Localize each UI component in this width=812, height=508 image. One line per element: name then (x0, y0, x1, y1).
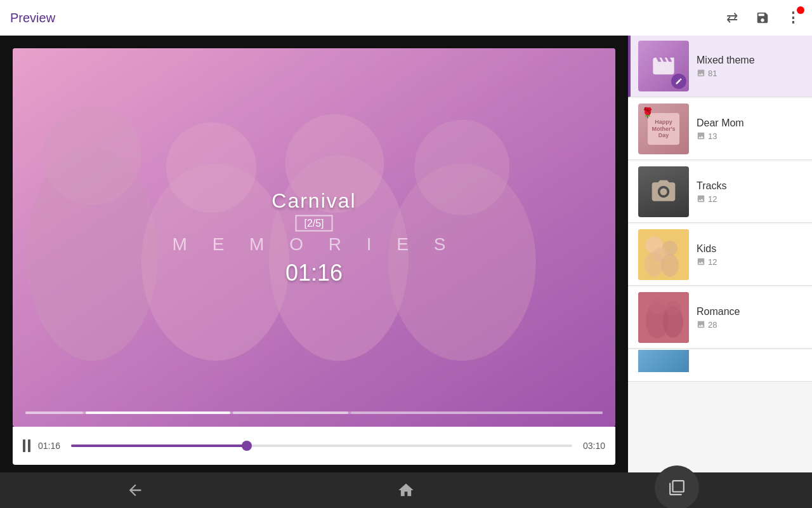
pause-bar-1 (23, 439, 25, 452)
segment-2 (86, 411, 230, 414)
tracks-thumb-bg (638, 166, 689, 217)
romance-count: 28 (697, 320, 802, 330)
mixed-theme-count: 81 (697, 69, 802, 78)
app-title: Preview (10, 11, 723, 25)
right-panel: Mixed theme 81 HappyMother'sDay 🌹 (628, 36, 812, 472)
back-button[interactable] (116, 472, 154, 508)
rose-icon: 🌹 (641, 107, 654, 119)
last-thumb-bg (638, 350, 689, 372)
list-item[interactable]: Kids 12 (628, 224, 812, 286)
mixed-theme-thumbnail (638, 41, 689, 91)
kids-thumb-bg (638, 229, 689, 280)
total-time: 03:10 (580, 441, 605, 451)
film-icon (651, 53, 676, 79)
back-icon (126, 481, 144, 499)
romance-count-number: 28 (708, 320, 717, 330)
dear-mom-thumb-bg: HappyMother'sDay 🌹 (638, 104, 689, 154)
bottom-navigation (0, 472, 812, 508)
mixed-theme-thumb-bg (638, 41, 689, 91)
tracks-name: Tracks (697, 180, 802, 192)
current-time: 01:16 (38, 441, 63, 451)
video-memories-text: M E M O R I E S (173, 234, 456, 255)
kids-info: Kids 12 (689, 243, 802, 267)
tracks-count-number: 12 (708, 194, 717, 204)
save-icon (756, 11, 769, 25)
list-item[interactable]: HappyMother'sDay 🌹 Dear Mom 13 (628, 98, 812, 160)
recents-nav-area (541, 471, 812, 508)
progress-fill (71, 444, 247, 447)
left-panel: Carnival [2/5] M E M O R I E S 01:16 (0, 36, 628, 472)
segment-3 (233, 411, 348, 414)
shuffle-button[interactable]: ⇄ (723, 9, 741, 27)
kids-count: 12 (697, 257, 802, 267)
recents-icon (669, 479, 685, 496)
mom-card-visual: HappyMother'sDay 🌹 (645, 110, 682, 147)
recents-button[interactable] (655, 465, 699, 508)
list-item[interactable] (628, 350, 812, 382)
svg-point-10 (660, 189, 667, 196)
dear-mom-count: 13 (697, 131, 802, 141)
camera-icon (650, 178, 678, 206)
kids-count-number: 12 (708, 257, 717, 267)
mixed-count-number: 81 (708, 69, 717, 78)
back-nav-area (0, 472, 271, 508)
romance-info: Romance 28 (689, 306, 802, 330)
romance-name: Romance (697, 306, 802, 318)
home-icon (397, 481, 415, 499)
last-thumbnail (638, 350, 689, 382)
video-text-overlay: Carnival [2/5] M E M O R I E S 01:16 (173, 189, 456, 286)
tracks-thumbnail (638, 166, 689, 217)
edit-badge (671, 74, 686, 89)
more-button[interactable]: ⋮ (784, 9, 802, 27)
progress-thumb[interactable] (242, 441, 252, 451)
tracks-count: 12 (697, 194, 802, 204)
svg-point-16 (661, 254, 679, 277)
list-item[interactable]: Mixed theme 81 (628, 36, 812, 97)
main-content: Carnival [2/5] M E M O R I E S 01:16 (0, 36, 812, 472)
svg-point-15 (645, 251, 664, 277)
top-bar: Preview ⇄ ⋮ (0, 0, 812, 36)
romance-bg-svg (638, 292, 689, 343)
toolbar-icons: ⇄ ⋮ (723, 9, 802, 27)
mixed-theme-info: Mixed theme 81 (689, 55, 802, 78)
home-button[interactable] (387, 472, 425, 508)
segment-1 (25, 411, 83, 414)
image-count-icon (697, 257, 705, 266)
image-count-icon (697, 69, 705, 77)
save-button[interactable] (754, 9, 771, 27)
dear-mom-info: Dear Mom 13 (689, 117, 802, 141)
svg-rect-22 (638, 292, 689, 343)
shuffle-icon: ⇄ (726, 10, 738, 26)
pause-button[interactable] (23, 439, 30, 452)
playback-controls: 01:16 03:10 (13, 427, 615, 465)
video-background: Carnival [2/5] M E M O R I E S 01:16 (13, 48, 615, 427)
video-time-display: 01:16 (173, 260, 456, 286)
tracks-info: Tracks 12 (689, 180, 802, 204)
video-progress-segments (25, 411, 603, 414)
image-count-icon (697, 131, 705, 140)
list-item[interactable]: Romance 28 (628, 287, 812, 349)
video-counter: [2/5] (295, 215, 332, 232)
pause-bar-2 (28, 439, 30, 452)
video-area: Carnival [2/5] M E M O R I E S 01:16 (13, 48, 615, 427)
image-count-icon (697, 194, 705, 203)
kids-thumbnail (638, 229, 689, 280)
kids-bg-svg (638, 229, 689, 280)
video-title: Carnival (173, 189, 456, 213)
dear-mom-thumbnail: HappyMother'sDay 🌹 (638, 104, 689, 154)
romance-thumb-bg (638, 292, 689, 343)
dear-mom-name: Dear Mom (697, 117, 802, 129)
list-item[interactable]: Tracks 12 (628, 161, 812, 223)
notification-badge (797, 6, 804, 14)
home-nav-area (271, 472, 542, 508)
progress-slider[interactable] (71, 444, 572, 447)
segment-4 (351, 411, 603, 414)
dear-mom-count-number: 13 (708, 131, 717, 141)
edit-icon (675, 77, 683, 85)
kids-name: Kids (697, 243, 802, 255)
romance-thumbnail (638, 292, 689, 343)
mixed-theme-name: Mixed theme (697, 55, 802, 66)
image-count-icon (697, 320, 705, 329)
